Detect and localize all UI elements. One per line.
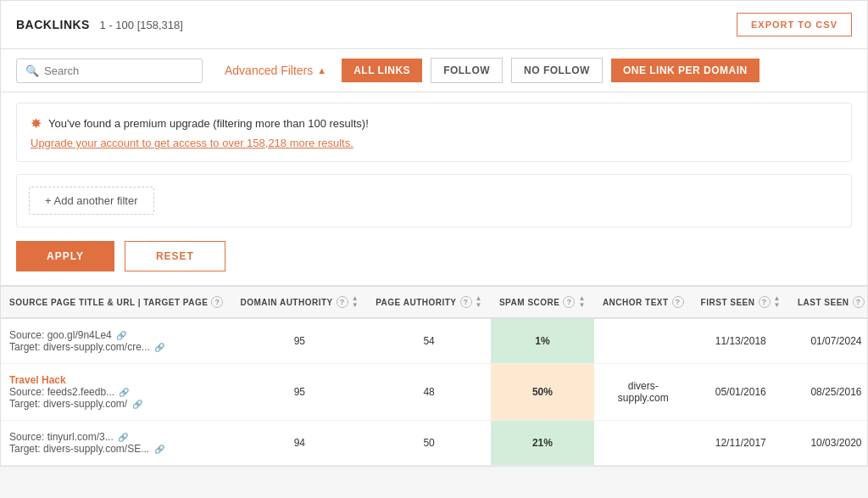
one-link-per-domain-tab[interactable]: ONE LINK PER DOMAIN	[611, 59, 760, 82]
da-value: 95	[231, 318, 367, 364]
spam-score: 1%	[491, 318, 594, 364]
filter-area: + Add another filter	[16, 174, 852, 227]
add-filter-button[interactable]: + Add another filter	[29, 187, 154, 215]
da-value: 95	[231, 364, 367, 421]
results-table-wrapper: SOURCE PAGE TITLE & URL | TARGET PAGE ? …	[1, 285, 867, 466]
action-buttons: APPLY RESET	[16, 241, 852, 271]
col-da: DOMAIN AUTHORITY ? ▲ ▼	[231, 287, 367, 318]
col-spam: SPAM SCORE ? ▲ ▼	[491, 287, 594, 318]
table-row: Travel HackSource: feeds2.feedb... 🔗Targ…	[1, 364, 867, 421]
last-seen: 08/25/2016	[789, 364, 867, 421]
main-container: BACKLINKS 1 - 100 [158,318] EXPORT TO CS…	[0, 0, 868, 467]
results-table: SOURCE PAGE TITLE & URL | TARGET PAGE ? …	[1, 287, 867, 466]
target-url[interactable]: Target: divers-supply.com/ 🔗	[9, 398, 223, 410]
da-sort[interactable]: ▲ ▼	[352, 295, 359, 309]
table-row: Source: goo.gl/9n4Le4 🔗Target: divers-su…	[1, 318, 867, 364]
source-url[interactable]: Source: tinyurl.com/3... 🔗	[9, 431, 223, 443]
target-url[interactable]: Target: divers-supply.com/cre... 🔗	[9, 341, 223, 353]
search-box[interactable]: 🔍	[16, 59, 203, 83]
pa-value: 50	[367, 421, 491, 466]
star-icon: ✸	[31, 115, 42, 131]
anchor-text	[594, 318, 693, 364]
anchor-text	[594, 421, 693, 466]
anchor-text: divers-supply.com	[594, 364, 693, 421]
all-links-tab[interactable]: ALL LINKS	[342, 59, 422, 82]
search-icon: 🔍	[25, 64, 39, 77]
target-url[interactable]: Target: divers-supply.com/SE... 🔗	[9, 443, 223, 455]
pa-sort[interactable]: ▲ ▼	[476, 295, 482, 309]
reset-button[interactable]: RESET	[125, 241, 225, 271]
spam-sort[interactable]: ▲ ▼	[578, 295, 585, 309]
anchor-info-icon[interactable]: ?	[672, 296, 684, 308]
last-seen-info-icon[interactable]: ?	[853, 296, 865, 308]
da-info-icon[interactable]: ?	[337, 296, 348, 308]
row-title[interactable]: Travel Hack	[9, 374, 223, 386]
table-row: Source: tinyurl.com/3... 🔗Target: divers…	[1, 421, 867, 466]
source-cell: Source: tinyurl.com/3... 🔗Target: divers…	[1, 421, 231, 466]
col-first-seen: FIRST SEEN ? ▲ ▼	[693, 287, 789, 318]
col-anchor: ANCHOR TEXT ?	[594, 287, 693, 318]
source-cell: Travel HackSource: feeds2.feedb... 🔗Targ…	[1, 364, 231, 421]
premium-banner: ✸ You've found a premium upgrade (filter…	[16, 103, 852, 162]
export-csv-button[interactable]: EXPORT TO CSV	[737, 13, 852, 36]
col-source: SOURCE PAGE TITLE & URL | TARGET PAGE ?	[1, 287, 231, 318]
first-seen: 05/01/2016	[693, 364, 789, 421]
first-seen-sort[interactable]: ▲ ▼	[774, 295, 781, 309]
spam-info-icon[interactable]: ?	[563, 296, 575, 308]
pa-value: 54	[367, 318, 491, 364]
last-seen: 10/03/2020	[789, 421, 867, 466]
first-seen-info-icon[interactable]: ?	[759, 296, 771, 308]
table-body: Source: goo.gl/9n4Le4 🔗Target: divers-su…	[1, 318, 867, 466]
search-input[interactable]	[44, 64, 193, 77]
pa-info-icon[interactable]: ?	[460, 296, 472, 308]
no-follow-tab[interactable]: NO FOLLOW	[511, 58, 603, 83]
table-header-row: SOURCE PAGE TITLE & URL | TARGET PAGE ? …	[1, 287, 867, 318]
first-seen: 12/11/2017	[693, 421, 789, 466]
source-url[interactable]: Source: feeds2.feedb... 🔗	[9, 386, 223, 398]
da-value: 94	[231, 421, 367, 466]
source-cell: Source: goo.gl/9n4Le4 🔗Target: divers-su…	[1, 318, 231, 364]
col-last-seen: LAST SEEN ? ▲ ▼	[789, 287, 867, 318]
advanced-filters-button[interactable]: Advanced Filters ▲	[218, 59, 333, 82]
toolbar: 🔍 Advanced Filters ▲ ALL LINKS FOLLOW NO…	[1, 49, 867, 92]
first-seen: 11/13/2018	[693, 318, 789, 364]
backlinks-title: BACKLINKS 1 - 100 [158,318]	[16, 18, 183, 31]
pa-value: 48	[367, 364, 491, 421]
col-pa: PAGE AUTHORITY ? ▲ ▼	[367, 287, 491, 318]
spam-score: 50%	[491, 364, 594, 421]
source-url[interactable]: Source: goo.gl/9n4Le4 🔗	[9, 329, 223, 341]
source-info-icon[interactable]: ?	[211, 296, 223, 308]
last-seen: 01/07/2024	[789, 318, 867, 364]
apply-button[interactable]: APPLY	[16, 241, 114, 271]
page-header: BACKLINKS 1 - 100 [158,318] EXPORT TO CS…	[1, 1, 867, 49]
follow-tab[interactable]: FOLLOW	[431, 58, 503, 83]
upgrade-link[interactable]: Upgrade your account to get access to ov…	[31, 137, 353, 149]
spam-score: 21%	[491, 421, 594, 466]
chevron-up-icon: ▲	[317, 65, 326, 76]
